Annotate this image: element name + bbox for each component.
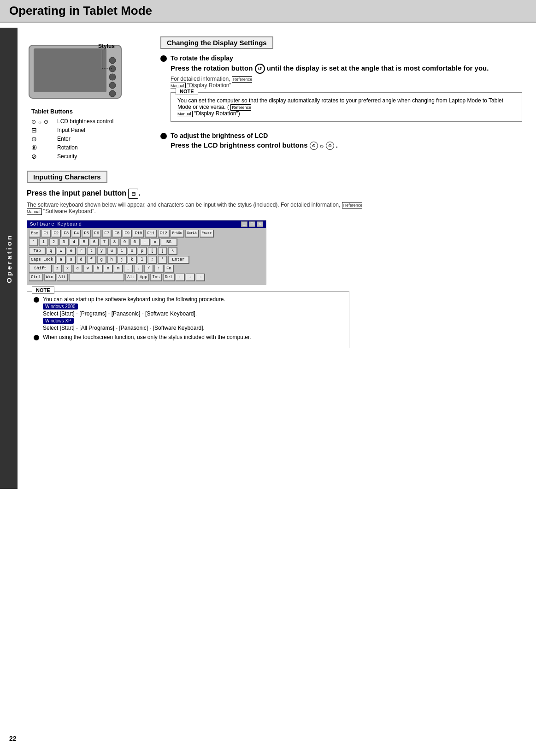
- kb-key-u[interactable]: u: [107, 247, 117, 255]
- svg-point-6: [109, 90, 116, 97]
- kb-key-f10[interactable]: F10: [133, 230, 144, 238]
- kb-key-f2[interactable]: F2: [52, 230, 61, 238]
- up-icon: ⊙: [326, 142, 334, 150]
- brightness-title: To adjust the brightness of LCD: [171, 132, 522, 139]
- kb-key-8[interactable]: 8: [110, 238, 119, 246]
- page-number: 22: [9, 735, 17, 742]
- kb-key-comma[interactable]: ,: [124, 265, 133, 273]
- kb-key-minus[interactable]: -: [141, 238, 150, 246]
- tablet-buttons-label: Tablet Buttons: [31, 108, 147, 115]
- kb-key-f8[interactable]: F8: [112, 230, 122, 238]
- kb-key-f5[interactable]: F5: [82, 230, 91, 238]
- kb-key-app[interactable]: App: [138, 274, 149, 281]
- kb-key-down[interactable]: ↓: [186, 274, 195, 281]
- kb-key-i[interactable]: i: [118, 247, 127, 255]
- kb-key-0[interactable]: 0: [130, 238, 140, 246]
- kb-key-up[interactable]: ↑: [154, 265, 164, 273]
- ref-manual-icon-2: ReferenceManual: [177, 104, 251, 117]
- kb-key-b[interactable]: b: [94, 265, 103, 273]
- kb-key-1[interactable]: 1: [39, 238, 48, 246]
- kb-key-x[interactable]: x: [63, 265, 72, 273]
- kb-key-f4[interactable]: F4: [72, 230, 81, 238]
- kb-key-s[interactable]: s: [67, 256, 76, 264]
- kb-key-alt-r[interactable]: Alt: [125, 274, 137, 281]
- kb-key-rbracket[interactable]: ]: [158, 247, 167, 255]
- list-item: ⊙ Enter: [31, 135, 147, 143]
- kb-key-d[interactable]: d: [77, 256, 86, 264]
- kb-key-j[interactable]: j: [118, 256, 127, 264]
- kb-key-bs[interactable]: BS: [161, 238, 177, 246]
- kb-key-a[interactable]: a: [57, 256, 66, 264]
- kb-key-tab[interactable]: Tab: [29, 247, 46, 255]
- kb-key-c[interactable]: c: [73, 265, 82, 273]
- kb-key-f3[interactable]: F3: [62, 230, 71, 238]
- kb-key-semicolon[interactable]: ;: [148, 256, 157, 264]
- kb-key-t[interactable]: t: [87, 247, 96, 255]
- kb-key-3[interactable]: 3: [59, 238, 69, 246]
- kb-key-m[interactable]: m: [114, 265, 123, 273]
- kb-key-lbracket[interactable]: [: [148, 247, 157, 255]
- kb-key-f[interactable]: f: [87, 256, 96, 264]
- kb-key-q[interactable]: q: [47, 247, 56, 255]
- page-title: Operating in Tablet Mode: [0, 0, 536, 23]
- kb-key-h[interactable]: h: [107, 256, 117, 264]
- kb-key-2[interactable]: 2: [49, 238, 59, 246]
- kb-key-period[interactable]: .: [134, 265, 143, 273]
- kb-key-pause[interactable]: Pause: [200, 230, 214, 238]
- kb-key-equals[interactable]: =: [151, 238, 160, 246]
- right-content: Changing the Display Settings To rotate …: [160, 36, 522, 161]
- kb-key-backslash[interactable]: \: [168, 247, 177, 255]
- kb-key-right[interactable]: →: [196, 274, 205, 281]
- kb-key-ins[interactable]: Ins: [150, 274, 162, 281]
- input-panel-btn-icon: ⊟: [128, 189, 138, 199]
- keyboard-title: Software Keyboard: [30, 221, 82, 227]
- kb-key-scrlock[interactable]: ScrLk: [185, 230, 199, 238]
- kb-key-v[interactable]: v: [83, 265, 93, 273]
- kb-key-9[interactable]: 9: [120, 238, 130, 246]
- kb-key-7[interactable]: 7: [100, 238, 109, 246]
- kb-key-f7[interactable]: F7: [102, 230, 112, 238]
- minimize-btn[interactable]: _: [241, 221, 247, 227]
- kb-key-4[interactable]: 4: [70, 238, 79, 246]
- kb-key-space[interactable]: [69, 274, 124, 281]
- kb-key-f9[interactable]: F9: [123, 230, 132, 238]
- page-title-text: Operating in Tablet Mode: [9, 4, 152, 18]
- kb-key-fn[interactable]: Fn: [165, 265, 174, 273]
- kb-key-g[interactable]: g: [97, 256, 106, 264]
- kb-key-e[interactable]: e: [67, 247, 76, 255]
- kb-key-k[interactable]: k: [128, 256, 137, 264]
- kb-key-n[interactable]: n: [104, 265, 113, 273]
- kb-key-f6[interactable]: F6: [92, 230, 101, 238]
- kb-key-f12[interactable]: F12: [158, 230, 170, 238]
- kb-key-win[interactable]: Win: [44, 274, 56, 281]
- kb-key-del[interactable]: Del: [163, 274, 175, 281]
- kb-key-p[interactable]: p: [138, 247, 147, 255]
- kb-key-enter[interactable]: Enter: [168, 256, 189, 264]
- kb-key-capslock[interactable]: Caps Lock: [29, 256, 56, 264]
- kb-key-y[interactable]: y: [97, 247, 106, 255]
- kb-row-zxcv: Shift z x c v b n m , . / ↑ Fn: [29, 265, 264, 273]
- kb-key-slash[interactable]: /: [144, 265, 153, 273]
- note-bullet-1-main: You can also start up the software keybo…: [43, 296, 225, 303]
- kb-key-quote[interactable]: ': [158, 256, 167, 264]
- kb-key-f11[interactable]: F11: [145, 230, 157, 238]
- kb-key-5[interactable]: 5: [80, 238, 89, 246]
- kb-key-esc[interactable]: Esc: [29, 230, 41, 238]
- kb-key-l[interactable]: l: [138, 256, 147, 264]
- kb-key-f1[interactable]: F1: [41, 230, 51, 238]
- close-btn[interactable]: ×: [257, 221, 263, 227]
- kb-key-w[interactable]: w: [57, 247, 66, 255]
- kb-key-6[interactable]: 6: [90, 238, 99, 246]
- rotation-icon: ⑥: [31, 144, 54, 151]
- kb-key-z[interactable]: z: [53, 265, 62, 273]
- kb-key-alt-l[interactable]: Alt: [57, 274, 68, 281]
- top-section: Stylus: [27, 36, 522, 161]
- kb-key-o[interactable]: o: [128, 247, 137, 255]
- kb-key-r[interactable]: r: [77, 247, 86, 255]
- kb-key-backtick[interactable]: `: [29, 238, 38, 246]
- kb-key-left[interactable]: ←: [176, 274, 185, 281]
- kb-key-shift[interactable]: Shift: [29, 265, 52, 273]
- kb-key-ctrl[interactable]: Ctrl: [29, 274, 43, 281]
- maximize-btn[interactable]: □: [249, 221, 255, 227]
- kb-key-prtsc[interactable]: PrtSc: [171, 230, 184, 238]
